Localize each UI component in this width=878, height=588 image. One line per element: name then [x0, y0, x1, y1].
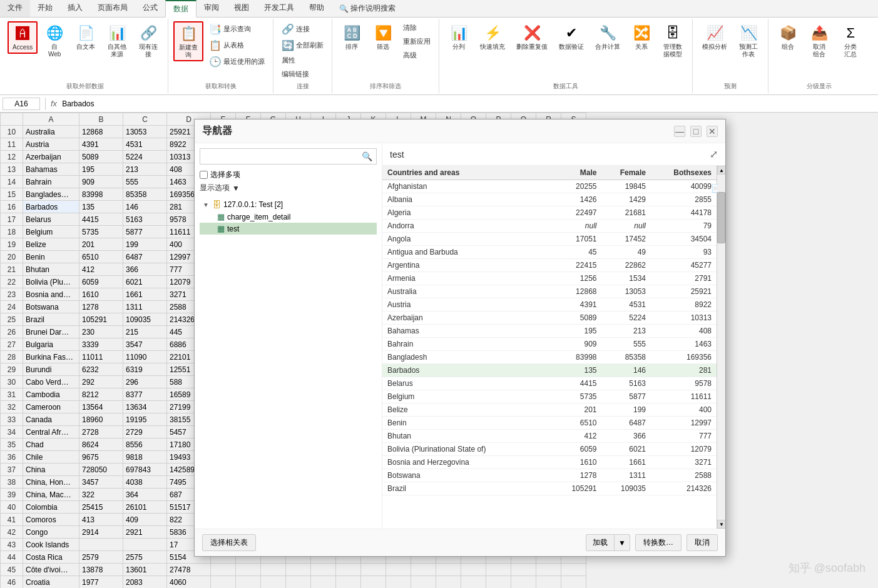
list-item[interactable]: Antigua and Barbuda454993	[382, 246, 717, 259]
ungroup-button[interactable]: 📤 取消组合	[805, 21, 834, 60]
scroll-thumb[interactable]	[717, 192, 725, 244]
table-row[interactable]	[411, 576, 436, 589]
table-row[interactable]	[236, 564, 261, 576]
table-row[interactable]: Chad	[23, 438, 79, 451]
table-row[interactable]: China, Mac…	[23, 489, 79, 501]
table-row[interactable]: 26101	[123, 501, 167, 514]
scroll-down-button[interactable]: ▼	[717, 520, 725, 529]
table-row[interactable]: Central Afr…	[23, 426, 79, 438]
list-item[interactable]: Algeria224972168144178	[382, 206, 717, 220]
cancel-button[interactable]: 取消	[687, 534, 718, 551]
flash-fill-button[interactable]: ⚡ 快速填充	[476, 21, 509, 53]
table-row[interactable]: 2083	[123, 576, 167, 589]
select-multiple-checkbox[interactable]	[200, 171, 208, 179]
table-row[interactable]: 4391	[79, 138, 123, 151]
connection-button[interactable]: 🔗 连接	[278, 21, 327, 37]
table-row[interactable]: 2921	[123, 526, 167, 539]
table-row[interactable]	[486, 564, 511, 576]
table-row[interactable]: 296	[123, 376, 167, 388]
access-button[interactable]: 🅰 Access	[8, 21, 38, 54]
table-row[interactable]: 201	[79, 238, 123, 251]
table-row[interactable]: Bahamas	[23, 163, 79, 176]
table-row[interactable]: Comoros	[23, 514, 79, 526]
table-row[interactable]: 909	[79, 176, 123, 188]
table-row[interactable]: 135	[79, 201, 123, 213]
table-row[interactable]: 13564	[79, 401, 123, 413]
other-source-button[interactable]: 📊 自其他来源	[103, 21, 131, 60]
table-row[interactable]: China, Hon…	[23, 476, 79, 489]
table-row[interactable]: 6319	[123, 363, 167, 376]
table-row[interactable]: 3339	[79, 338, 123, 351]
table-row[interactable]: 146	[123, 201, 167, 213]
table-row[interactable]: Cameroon	[23, 401, 79, 413]
analysis-button[interactable]: 📈 模拟分析	[698, 21, 732, 53]
table-row[interactable]: Belarus	[23, 213, 79, 226]
table-row[interactable]: Costa Rica	[23, 551, 79, 564]
table-row[interactable]: 413	[79, 514, 123, 526]
table-row[interactable]: Burkina Fas…	[23, 351, 79, 363]
table-row[interactable]	[561, 576, 586, 589]
scroll-up-button[interactable]: ▲	[717, 166, 725, 175]
expand-icon-button[interactable]: ⤢	[710, 148, 718, 160]
list-item[interactable]: Bosnia and Herzegovina161016613271	[382, 456, 717, 469]
table-row[interactable]: 27478	[167, 564, 211, 576]
table-row[interactable]: 8624	[79, 438, 123, 451]
col-header-A[interactable]: A	[23, 113, 79, 126]
remove-dup-button[interactable]: ❌ 删除重复值	[512, 21, 552, 53]
table-row[interactable]: 5735	[79, 226, 123, 238]
table-row[interactable]: 2914	[79, 526, 123, 539]
table-row[interactable]: China	[23, 464, 79, 476]
tab-developer[interactable]: 开发工具	[257, 0, 302, 17]
tab-start[interactable]: 开始	[30, 0, 60, 17]
refresh-all-button[interactable]: 🔄 全部刷新	[278, 38, 327, 53]
table-row[interactable]: 5224	[123, 151, 167, 163]
table-row[interactable]: 19195	[123, 413, 167, 426]
list-item[interactable]: Angola170511745234504	[382, 233, 717, 246]
table-row[interactable]: 105291	[79, 313, 123, 326]
table-row[interactable]	[361, 576, 386, 589]
table-row[interactable]: Côte d'ivoi…	[23, 564, 79, 576]
table-row[interactable]: 9818	[123, 451, 167, 464]
table-row[interactable]: 230	[79, 326, 123, 338]
table-row[interactable]: 4060	[167, 576, 211, 589]
subtotal-button[interactable]: Σ 分类汇总	[836, 21, 865, 60]
table-row[interactable]: Chile	[23, 451, 79, 464]
table-row[interactable]	[461, 564, 486, 576]
table-row[interactable]: 6487	[123, 251, 167, 263]
convert-button[interactable]: 转换数…	[635, 534, 681, 551]
list-item[interactable]: Afghanistan202551984540099	[382, 180, 717, 193]
table-row[interactable]: 215	[123, 326, 167, 338]
table-row[interactable]: 3457	[79, 476, 123, 489]
table-row[interactable]: Cabo Verd…	[23, 376, 79, 388]
table-row[interactable]: 6059	[79, 276, 123, 288]
table-row[interactable]: 366	[123, 263, 167, 276]
relationships-button[interactable]: 🔀 关系	[627, 21, 656, 53]
table-row[interactable]: Barbados	[23, 201, 79, 213]
table-row[interactable]: 2575	[123, 551, 167, 564]
table-row[interactable]	[79, 539, 123, 551]
table-row[interactable]: 11011	[79, 351, 123, 363]
table-row[interactable]: 4415	[79, 213, 123, 226]
table-row[interactable]: 12868	[79, 126, 123, 138]
table-row[interactable]: 13878	[79, 564, 123, 576]
display-options[interactable]: 显示选项 ▼ 📄	[200, 183, 377, 193]
text-button[interactable]: 📄 自文本	[71, 21, 100, 53]
show-query-button[interactable]: 📑 显示查询	[206, 21, 268, 37]
table-row[interactable]	[386, 576, 411, 589]
table-row[interactable]: 8556	[123, 438, 167, 451]
table-row[interactable]: 1977	[79, 576, 123, 589]
tab-file[interactable]: 文件	[0, 0, 30, 17]
table-row[interactable]	[511, 576, 536, 589]
table-row[interactable]: Bosnia and…	[23, 288, 79, 301]
clear-button[interactable]: 清除	[400, 21, 434, 34]
table-row[interactable]: Azerbaijan	[23, 151, 79, 163]
table-row[interactable]	[336, 576, 361, 589]
tab-search[interactable]: 🔍 操作说明搜索	[332, 0, 403, 17]
minimize-button[interactable]: —	[674, 126, 685, 137]
table-row[interactable]: 85358	[123, 188, 167, 201]
reapply-button[interactable]: 重新应用	[400, 35, 434, 48]
table-row[interactable]: Bulgaria	[23, 338, 79, 351]
select-related-button[interactable]: 选择相关表	[202, 534, 256, 551]
table-row[interactable]: 5163	[123, 213, 167, 226]
table-row[interactable]: Bhutan	[23, 263, 79, 276]
